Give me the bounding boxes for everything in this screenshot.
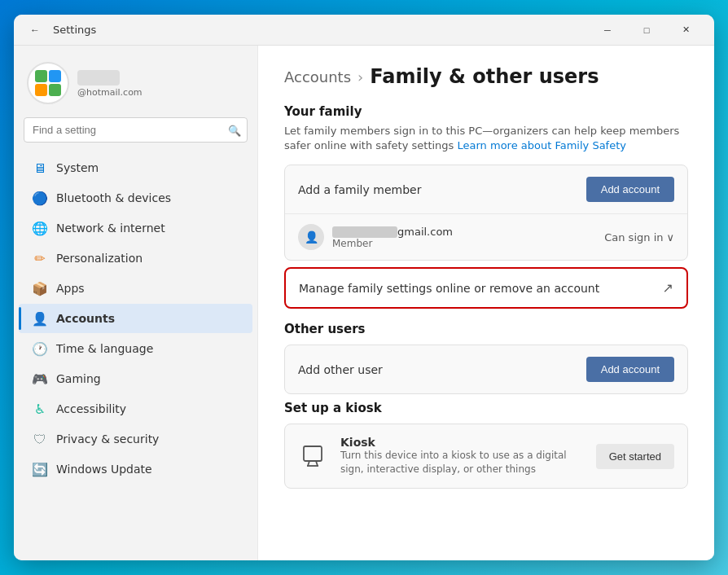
sidebar-item-bluetooth[interactable]: 🔵 Bluetooth & devices xyxy=(19,183,252,213)
nav-label-apps: Apps xyxy=(56,282,85,295)
user-email: @hotmail.com xyxy=(77,87,143,98)
add-other-user-card: Add other user Add account xyxy=(284,345,688,394)
add-family-row: Add a family member Add account xyxy=(285,165,687,213)
nav-icon-personalization: ✏ xyxy=(32,250,48,266)
nav-icon-accounts: 👤 xyxy=(32,310,48,327)
svg-rect-5 xyxy=(304,446,322,461)
svg-line-6 xyxy=(308,461,309,466)
nav-label-network: Network & internet xyxy=(56,222,165,235)
manage-family-label: Manage family settings online or remove … xyxy=(299,282,599,295)
sidebar-item-update[interactable]: 🔄 Windows Update xyxy=(19,454,252,484)
user-info: @hotmail.com xyxy=(77,69,143,98)
sidebar-item-gaming[interactable]: 🎮 Gaming xyxy=(19,364,252,393)
family-safety-link[interactable]: Learn more about Family Safety xyxy=(458,139,626,151)
kiosk-icon xyxy=(298,441,327,471)
minimize-button[interactable]: ─ xyxy=(589,17,626,43)
titlebar: ← Settings ─ □ ✕ xyxy=(14,15,714,46)
main-content: Accounts › Family & other users Your fam… xyxy=(258,46,714,560)
kiosk-section-title: Set up a kiosk xyxy=(284,401,688,415)
family-section-title: Your family xyxy=(284,104,688,119)
nav-icon-bluetooth: 🔵 xyxy=(32,190,48,206)
back-button[interactable]: ← xyxy=(24,19,46,42)
window-title: Settings xyxy=(53,24,589,36)
family-section-desc: Let family members sign in to this PC—or… xyxy=(284,124,688,153)
main-body: @hotmail.com 🔍 🖥 System 🔵 Bluetooth & de… xyxy=(14,46,714,560)
add-family-card: Add a family member Add account 👤 gmail.… xyxy=(284,165,688,261)
sidebar-item-accessibility[interactable]: ♿ Accessibility xyxy=(19,394,252,424)
breadcrumb-current: Family & other users xyxy=(370,65,599,88)
nav-label-privacy: Privacy & security xyxy=(56,432,159,446)
nav-label-personalization: Personalization xyxy=(56,252,143,265)
nav-icon-gaming: 🎮 xyxy=(32,371,48,387)
member-status-dropdown[interactable]: Can sign in ∨ xyxy=(604,231,674,244)
kiosk-desc: Turn this device into a kiosk to use as … xyxy=(340,449,583,476)
nav-label-system: System xyxy=(56,161,99,174)
search-icon: 🔍 xyxy=(228,124,241,136)
sidebar-item-personalization[interactable]: ✏ Personalization xyxy=(19,244,252,273)
nav-label-update: Windows Update xyxy=(56,463,152,476)
search-input[interactable] xyxy=(24,117,248,143)
kiosk-card: Kiosk Turn this device into a kiosk to u… xyxy=(284,424,688,489)
user-section: @hotmail.com xyxy=(14,55,257,117)
sidebar-item-time[interactable]: 🕐 Time & language xyxy=(19,334,252,363)
user-name xyxy=(77,70,120,86)
add-other-user-label: Add other user xyxy=(298,363,383,376)
nav-icon-update: 🔄 xyxy=(32,461,48,477)
sidebar-item-system[interactable]: 🖥 System xyxy=(19,153,252,182)
nav-icon-system: 🖥 xyxy=(32,160,48,176)
svg-line-7 xyxy=(316,461,318,466)
nav-icon-time: 🕐 xyxy=(32,340,48,357)
svg-rect-2 xyxy=(49,70,61,82)
member-email-blur xyxy=(332,226,397,238)
svg-rect-1 xyxy=(35,70,47,82)
sidebar-item-network[interactable]: 🌐 Network & internet xyxy=(19,213,252,243)
sidebar: @hotmail.com 🔍 🖥 System 🔵 Bluetooth & de… xyxy=(14,46,258,560)
other-users-title: Other users xyxy=(284,322,688,336)
sidebar-item-accounts[interactable]: 👤 Accounts xyxy=(19,304,252,333)
avatar xyxy=(27,62,69,104)
settings-window: ← Settings ─ □ ✕ xyxy=(14,15,714,560)
external-link-icon: ↗ xyxy=(663,280,673,296)
svg-rect-4 xyxy=(49,84,61,96)
member-row: 👤 gmail.com Member Can sign in ∨ xyxy=(285,213,687,260)
nav-label-bluetooth: Bluetooth & devices xyxy=(56,191,171,204)
member-email: gmail.com xyxy=(332,226,604,239)
window-controls: ─ □ ✕ xyxy=(589,17,704,43)
add-family-label: Add a family member xyxy=(298,183,421,196)
kiosk-get-started-button[interactable]: Get started xyxy=(596,444,674,469)
nav-icon-privacy: 🛡 xyxy=(32,431,48,447)
member-info: gmail.com Member xyxy=(332,226,604,250)
add-other-user-row: Add other user Add account xyxy=(285,345,687,393)
member-avatar-icon: 👤 xyxy=(298,224,324,250)
kiosk-info: Kiosk Turn this device into a kiosk to u… xyxy=(340,436,583,476)
breadcrumb: Accounts › Family & other users xyxy=(284,65,688,88)
nav-label-accessibility: Accessibility xyxy=(56,402,126,415)
search-box: 🔍 xyxy=(24,117,248,143)
sidebar-item-privacy[interactable]: 🛡 Privacy & security xyxy=(19,424,252,454)
member-role: Member xyxy=(332,238,604,249)
nav-label-gaming: Gaming xyxy=(56,372,101,385)
sidebar-item-apps[interactable]: 📦 Apps xyxy=(19,274,252,303)
nav-icon-apps: 📦 xyxy=(32,280,48,296)
add-other-user-button[interactable]: Add account xyxy=(586,357,674,382)
maximize-button[interactable]: □ xyxy=(628,17,665,43)
breadcrumb-parent: Accounts xyxy=(284,68,351,86)
svg-rect-3 xyxy=(35,84,47,96)
nav-list: 🖥 System 🔵 Bluetooth & devices 🌐 Network… xyxy=(14,152,257,485)
nav-icon-network: 🌐 xyxy=(32,220,48,236)
breadcrumb-separator: › xyxy=(357,68,363,86)
kiosk-name: Kiosk xyxy=(340,436,583,449)
nav-label-time: Time & language xyxy=(56,342,153,355)
add-family-button[interactable]: Add account xyxy=(586,177,674,202)
nav-icon-accessibility: ♿ xyxy=(32,401,48,417)
close-button[interactable]: ✕ xyxy=(667,17,704,43)
nav-label-accounts: Accounts xyxy=(56,312,115,325)
manage-family-row[interactable]: Manage family settings online or remove … xyxy=(284,267,688,309)
